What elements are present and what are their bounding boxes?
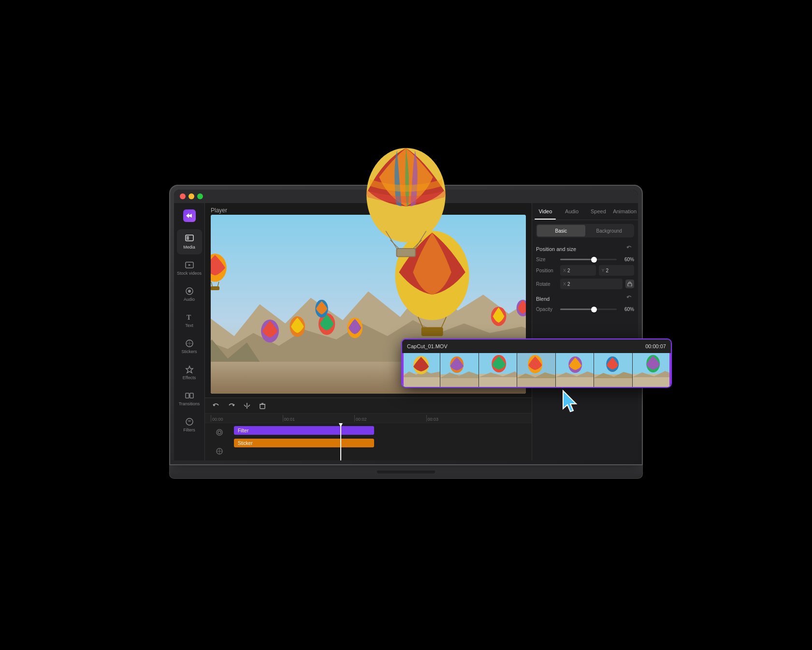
svg-rect-47 (260, 404, 265, 409)
sidebar-item-filters[interactable]: Filters (177, 412, 202, 437)
tab-speed[interactable]: Speed (585, 203, 612, 220)
svg-rect-8 (187, 236, 189, 240)
sticker-track-icon (214, 445, 225, 457)
laptop: Media Stock videos (169, 185, 643, 494)
close-button[interactable] (180, 193, 186, 199)
timeline-controls (205, 398, 532, 414)
tab-video[interactable]: Video (532, 203, 559, 220)
player-label: Player (211, 207, 227, 214)
rotate-x-input[interactable]: X 2 (560, 279, 623, 289)
tab-animation[interactable]: Animation (611, 203, 638, 220)
sidebar-label-stock: Stock videos (177, 271, 202, 276)
position-size-reset[interactable] (626, 245, 634, 253)
transitions-icon (185, 391, 194, 400)
subtab-basic[interactable]: Basic (537, 225, 585, 236)
opacity-slider[interactable] (560, 309, 617, 310)
blend-reset[interactable] (626, 295, 634, 303)
position-row: Position X 2 Y 2 (536, 265, 634, 276)
position-y-input[interactable]: Y 2 (599, 265, 635, 276)
position-x-input[interactable]: X 2 (560, 265, 596, 276)
filters-icon (185, 417, 194, 427)
strip-timecode: 00:00:07 (645, 343, 666, 349)
sidebar-label-effects: Effects (183, 376, 196, 380)
svg-line-45 (244, 405, 246, 407)
svg-line-1 (391, 240, 400, 249)
sidebar-item-transitions[interactable]: Transitions (177, 386, 202, 411)
sidebar-label-transitions: Transitions (179, 402, 200, 406)
split-button[interactable] (242, 400, 252, 411)
fullscreen-button[interactable] (197, 193, 203, 199)
opacity-value: 60% (620, 307, 634, 312)
subtab-background[interactable]: Background (585, 225, 634, 236)
strip-border-right (669, 353, 671, 387)
svg-marker-10 (188, 264, 191, 266)
sticker-clip-label: Sticker (238, 441, 253, 446)
size-slider[interactable] (560, 259, 617, 260)
blend-section: Blend Opacity (536, 295, 634, 312)
filter-clip[interactable]: Filter (234, 426, 374, 435)
position-size-header: Position and size (536, 245, 634, 253)
ruler-mark-2: 00:02 (354, 415, 426, 422)
position-label: Position (536, 268, 557, 273)
scene: Media Stock videos (0, 0, 812, 650)
thumb-5 (594, 353, 632, 387)
sidebar: Media Stock videos (174, 203, 205, 460)
rotate-lock-button[interactable] (625, 280, 634, 288)
sidebar-label-filters: Filters (183, 428, 195, 432)
strip-filename: CapCut_01.MOV (407, 343, 448, 349)
thumb-4 (556, 353, 594, 387)
minimize-button[interactable] (188, 193, 194, 199)
sidebar-item-stickers[interactable]: Stickers (177, 334, 202, 359)
rotate-x-val: 2 (567, 281, 570, 287)
delete-button[interactable] (257, 400, 268, 411)
size-row: Size 60% (536, 257, 634, 262)
svg-rect-18 (186, 393, 189, 398)
size-slider-thumb[interactable] (591, 257, 597, 263)
sidebar-item-effects[interactable]: Effects (177, 360, 202, 385)
blend-title: Blend (536, 296, 550, 302)
sidebar-item-audio[interactable]: Audio (177, 281, 202, 307)
thumb-0 (402, 353, 440, 387)
svg-point-51 (218, 431, 221, 434)
sticker-clip[interactable]: Sticker (234, 439, 374, 447)
sidebar-item-text[interactable]: T Text (177, 308, 202, 333)
undo-button[interactable] (211, 400, 221, 411)
ruler-mark-1: 00:01 (283, 415, 355, 422)
strip-border-left (402, 353, 404, 387)
text-icon: T (185, 312, 194, 322)
sidebar-item-stock-videos[interactable]: Stock videos (177, 255, 202, 281)
logo-area (179, 207, 200, 224)
sidebar-item-media[interactable]: Media (177, 229, 202, 254)
traffic-lights (180, 193, 203, 199)
opacity-label: Opacity (536, 307, 557, 312)
tab-audio[interactable]: Audio (559, 203, 585, 220)
sticker-track-row: Sticker (234, 438, 532, 448)
timeline-tracks: Filter Sticker (205, 423, 532, 460)
app-logo (183, 209, 196, 222)
ruler-time-0: 00:00 (212, 417, 223, 422)
video-strip-float[interactable]: CapCut_01.MOV 00:00:07 (401, 339, 672, 388)
ruler-mark-3: 00:03 (426, 415, 498, 422)
thumb-1 (440, 353, 478, 387)
rotate-label: Rotate (536, 281, 557, 287)
ruler-marks: 00:00 00:01 00:02 (211, 415, 498, 422)
sidebar-label-media: Media (183, 245, 195, 250)
sidebar-label-text: Text (185, 324, 193, 328)
redo-button[interactable] (226, 400, 237, 411)
svg-rect-31 (211, 286, 219, 290)
timeline-ruler: 00:00 00:01 00:02 (205, 414, 532, 423)
audio-icon (185, 286, 194, 296)
strip-thumbnails (402, 353, 671, 387)
track-icons (205, 423, 234, 460)
position-x-val: 2 (567, 268, 570, 273)
opacity-row: Opacity 60% (536, 307, 634, 312)
opacity-slider-thumb[interactable] (591, 307, 597, 312)
svg-rect-6 (397, 249, 415, 256)
svg-line-2 (413, 240, 422, 249)
effects-icon (185, 365, 194, 374)
position-size-title: Position and size (536, 246, 576, 252)
strip-header: CapCut_01.MOV 00:00:07 (402, 340, 671, 353)
playhead[interactable] (340, 423, 341, 460)
stock-videos-icon (185, 260, 194, 270)
media-icon (185, 234, 194, 244)
